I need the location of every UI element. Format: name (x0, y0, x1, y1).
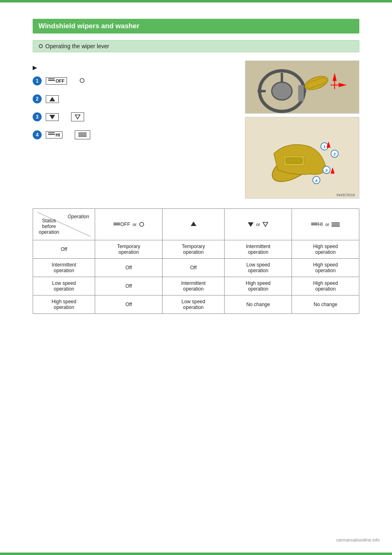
position-row-1: 1 OFF (33, 76, 229, 85)
col4-fast-icon (332, 222, 340, 227)
positions-list: ▶ 1 OFF (33, 60, 229, 199)
col3-triangle-down-icon (248, 222, 254, 227)
table-row-1: Off Temporaryoperation Temporaryoperatio… (33, 240, 359, 259)
row-2-status: Intermittentoperation (33, 259, 95, 277)
col3-triangle-outline-icon (263, 222, 268, 227)
row-4-col-1: Off (95, 295, 163, 314)
wiper-hi-icon (48, 132, 55, 138)
pos-desc-1a (79, 78, 85, 85)
svg-rect-26 (286, 158, 302, 163)
row-3-col-4: High speedoperation (292, 277, 359, 295)
triangle-up-icon (49, 97, 55, 101)
row-1-col-1: Temporaryoperation (95, 240, 163, 259)
row-2-col-3: Low speedoperation (225, 259, 292, 277)
table-corner-cell: Operation Status before operation (33, 209, 95, 240)
page-container: Windshield wipers and washer Operating t… (0, 0, 392, 555)
position-row-3: 3 (33, 112, 229, 121)
pos-icon-1: OFF (46, 77, 67, 85)
row-4-col-2: Low speedoperation (163, 295, 225, 314)
row-3-status: Low speedoperation (33, 277, 95, 295)
col1-icon: OFF (114, 222, 130, 227)
section-title: Windshield wipers and washer (38, 22, 139, 30)
row-1-col-3: Intermittentoperation (225, 240, 292, 259)
car-interior-image (245, 60, 359, 114)
sub-header-title: Operating the wiper lever (45, 43, 109, 49)
row-4-col-3: No change (225, 295, 292, 314)
svg-text:4: 4 (315, 178, 318, 183)
watermark: carmanualsонline.info (336, 536, 380, 543)
row-3-col-2: Intermittentoperation (163, 277, 225, 295)
pos-number-1: 1 (33, 76, 42, 85)
sub-header-circle-icon (39, 44, 43, 48)
position-row-2: 2 (33, 94, 229, 103)
table-col-header-3: or (225, 209, 292, 240)
col1-or: or (133, 222, 137, 227)
pos-icon-2 (46, 95, 59, 103)
row-2-col-1: Off (95, 259, 163, 277)
svg-text:3: 3 (325, 168, 328, 172)
triangle-down-solid-icon (49, 115, 55, 119)
wiper-hi-col-icon (311, 222, 318, 227)
wiper-off-icon (48, 78, 55, 84)
svg-point-12 (272, 82, 292, 100)
pos-number-3: 3 (33, 112, 42, 121)
arrow-indicator: ▶ (33, 65, 229, 71)
svg-rect-16 (298, 85, 304, 101)
wiper-off-col-icon (114, 222, 120, 227)
svg-text:2: 2 (334, 152, 336, 156)
wiper-fast-icon (78, 132, 87, 138)
table-row-3: Low speedoperation Off Intermittentopera… (33, 277, 359, 295)
triangle-down-outline-icon (75, 114, 80, 120)
row-4-col-4: No change (292, 295, 359, 314)
svg-text:IN43C5019: IN43C5019 (336, 193, 355, 197)
pos-number-2: 2 (33, 94, 42, 103)
wiper-positions-section: ▶ 1 OFF (33, 60, 359, 199)
svg-point-41 (140, 222, 144, 226)
svg-text:1: 1 (323, 144, 326, 149)
table-row-4: High speedoperation Off Low speedoperati… (33, 295, 359, 314)
pos-icon-4: HI (46, 131, 62, 139)
position-row-4: 4 HI (33, 130, 229, 139)
svg-point-2 (80, 78, 84, 83)
section-header: Windshield wipers and washer (33, 19, 359, 34)
table-body: Off Temporaryoperation Temporaryoperatio… (33, 240, 359, 314)
row-3-col-1: Off (95, 277, 163, 295)
svg-marker-42 (263, 222, 268, 226)
row-3-col-3: High speedoperation (225, 277, 292, 295)
row-1-col-2: Temporaryoperation (163, 240, 225, 259)
pos-icon-3 (46, 113, 59, 121)
operation-table: Operation Status before operation (33, 208, 359, 314)
col4-or: or (325, 222, 330, 227)
pos-number-4: 4 (33, 130, 42, 139)
row-1-col-4: High speedoperation (292, 240, 359, 259)
lever-closeup-svg: 1 2 3 4 IN43C5019 (245, 117, 359, 199)
car-interior-svg (245, 60, 359, 114)
row-2-col-2: Off (163, 259, 225, 277)
col1-circle-icon (139, 222, 144, 227)
pos-icon-4b (75, 130, 90, 139)
row-4-status: High speedoperation (33, 295, 95, 314)
col3-or: or (256, 222, 260, 227)
row-1-status: Off (33, 240, 95, 259)
main-content: Windshield wipers and washer Operating t… (0, 2, 392, 338)
table-operation-label: Operation (67, 214, 89, 219)
table-row-2: Intermittentoperation Off Off Low speedo… (33, 259, 359, 277)
col2-triangle-up-icon (191, 222, 196, 226)
lever-images: 1 2 3 4 IN43C5019 (245, 60, 359, 199)
table-col-header-1: OFF or (95, 209, 163, 240)
col4-icon: HI (311, 222, 323, 227)
table-col-header-2 (163, 209, 225, 240)
svg-marker-3 (75, 115, 80, 119)
bottom-bar (0, 553, 392, 555)
table-status-label: Status before operation (39, 218, 59, 235)
table-col-header-4: HI or (292, 209, 359, 240)
circle-icon-1 (79, 78, 85, 83)
pos-icon-3b (71, 112, 84, 121)
sub-header: Operating the wiper lever (33, 40, 359, 52)
lever-closeup-image: 1 2 3 4 IN43C5019 (245, 117, 359, 199)
row-2-col-4: High speedoperation (292, 259, 359, 277)
